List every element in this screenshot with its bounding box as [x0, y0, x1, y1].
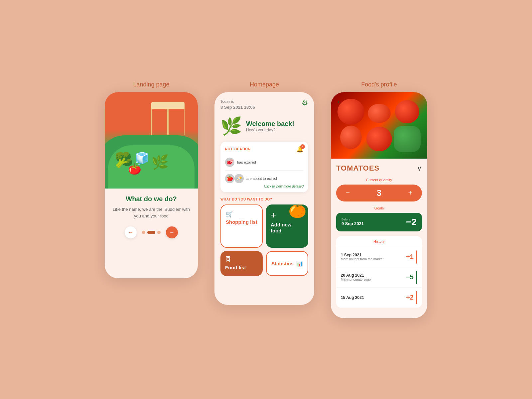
landing-content: What do we do? Like the name, we are the…	[105, 189, 198, 245]
notification-card: NOTIFICATION 🔔 3 🥩 has expired 🍅 🧈	[220, 142, 308, 192]
arrow-right-icon: →	[169, 229, 175, 235]
goals-date-container: Before 9 Sep 2021	[341, 218, 364, 226]
nav-dots	[142, 231, 161, 234]
notif-avatar-1: 🥩	[225, 158, 234, 167]
quantity-plus-button[interactable]: +	[405, 189, 415, 197]
orange-mascot: 🍊	[288, 204, 307, 218]
home-topbar: Today is 8 Sep 2021 18:06 ⚙	[220, 99, 308, 111]
food-profile-label: Food's profile	[361, 81, 397, 88]
shed-body	[151, 109, 185, 135]
homepage-phone: Today is 8 Sep 2021 18:06 ⚙ 🌿 Welcome ba…	[214, 92, 314, 305]
chevron-down-icon[interactable]: ∨	[417, 164, 422, 172]
statistics-label: Statistics	[271, 261, 294, 266]
shed	[151, 102, 185, 135]
notif-avatar-2a: 🍅	[225, 174, 234, 183]
history-item-1: 1 Sep 2021 Mom bought from the market +1	[336, 247, 422, 267]
nav-prev-button[interactable]: ←	[125, 226, 137, 238]
bell-icon[interactable]: 🔔 3	[296, 146, 304, 153]
landing-phone: 🥦 🧊 🌿 🍅 What do we do? Like the name, we…	[105, 92, 198, 278]
nav-dot-2[interactable]	[147, 231, 155, 234]
add-food-label: Add new food	[271, 222, 292, 233]
food-list-button[interactable]: 🗄 Food list	[220, 251, 263, 276]
notif-item-1-text: has expired	[237, 160, 256, 164]
history-bar-3	[416, 291, 417, 304]
history-date-1: 1 Sep 2021	[341, 253, 403, 257]
homepage-label: Homepage	[250, 81, 279, 88]
food-list-label: Food list	[225, 265, 246, 270]
action-grid: 🛒 Shopping list 🍊 + Add new food 🗄 Food …	[220, 204, 308, 276]
quantity-control: − 3 +	[336, 185, 422, 201]
back-button[interactable]: ←	[336, 97, 343, 106]
notif-item-2: 🍅 🧈 are about to exired	[225, 173, 304, 185]
food-name: TOMATOES	[336, 164, 379, 173]
add-food-button[interactable]: 🍊 + Add new food	[266, 204, 308, 248]
tomato-5	[366, 126, 392, 151]
quantity-minus-button[interactable]: −	[343, 189, 353, 197]
tomato-char: 🍅	[128, 163, 141, 175]
notif-header: NOTIFICATION 🔔 3	[225, 146, 304, 153]
welcome-text: Welcome back! How's your day?	[246, 120, 294, 132]
nav-dot-3[interactable]	[157, 231, 161, 234]
landing-description: Like the name, we are the 'Buddies' with…	[113, 206, 190, 220]
welcome-subtext: How's your day?	[246, 128, 294, 132]
shopping-list-label: Shopping list	[226, 219, 257, 225]
nav-next-button[interactable]: →	[166, 226, 178, 238]
tomato-2	[368, 104, 391, 123]
landing-title: What do we do?	[113, 195, 190, 203]
notif-divider	[225, 170, 304, 171]
quantity-label: Current quantity	[336, 178, 422, 182]
action-section-label: WHAT DO YOU WANT TO DO?	[220, 198, 308, 201]
welcome-heading: Welcome back!	[246, 120, 294, 128]
history-section: History 1 Sep 2021 Mom bought from the m…	[336, 236, 422, 308]
landing-section: Landing page 🥦 🧊 🌿 🍅	[105, 81, 198, 278]
food-image	[331, 92, 427, 159]
goals-value: −2	[406, 217, 417, 227]
quantity-value: 3	[377, 188, 381, 198]
goals-before-label: Before	[341, 218, 364, 221]
homepage-section: Homepage Today is 8 Sep 2021 18:06 ⚙ 🌿 W…	[214, 81, 314, 305]
home-welcome: 🌿 Welcome back! How's your day?	[220, 116, 308, 136]
tomato-6	[394, 126, 421, 152]
history-date-3: 15 Aug 2021	[341, 295, 403, 300]
landing-label: Landing page	[133, 81, 169, 88]
history-value-2: −5	[403, 273, 416, 281]
history-date-2: 20 Aug 2021	[341, 273, 403, 278]
history-title: History	[336, 236, 422, 247]
shopping-list-button[interactable]: 🛒 Shopping list	[220, 204, 263, 248]
lettuce-char: 🌿	[151, 154, 169, 170]
goals-date: 9 Sep 2021	[341, 221, 364, 226]
welcome-mascot: 🌿	[220, 116, 242, 136]
history-info-2: 20 Aug 2021 Making tomato soup	[341, 273, 403, 281]
notif-view-more-link[interactable]: Click to view more detailed	[225, 185, 304, 188]
tomato-3	[395, 100, 419, 123]
history-bar-1	[416, 250, 417, 264]
history-info-3: 15 Aug 2021	[341, 295, 403, 300]
landing-hero: 🥦 🧊 🌿 🍅	[105, 92, 198, 189]
history-note-1: Mom bought from the market	[341, 257, 403, 261]
shed-panel-left	[151, 109, 168, 135]
goals-label: Goals	[336, 206, 422, 210]
notif-title: NOTIFICATION	[225, 147, 250, 151]
history-value-3: +2	[403, 294, 416, 301]
history-bar-2	[416, 271, 417, 284]
goals-section: Goals Before 9 Sep 2021 −2	[336, 206, 422, 231]
nav-dot-1[interactable]	[142, 231, 145, 234]
cart-icon: 🛒	[226, 210, 257, 218]
arrow-left-icon: ←	[128, 229, 133, 235]
settings-icon[interactable]: ⚙	[302, 99, 308, 107]
home-date: Today is 8 Sep 2021 18:06	[220, 99, 255, 111]
landing-navigation: ← →	[113, 226, 190, 238]
notif-item-1: 🥩 has expired	[225, 156, 304, 168]
date-value: 8 Sep 2021 18:06	[220, 104, 255, 111]
quantity-section: Current quantity − 3 +	[336, 178, 422, 201]
shed-panel-right	[168, 109, 185, 135]
history-value-1: +1	[403, 253, 416, 261]
profile-inner: TOMATOES ∨ Current quantity − 3 +	[331, 159, 427, 313]
tomato-4	[340, 125, 362, 149]
goals-card: Before 9 Sep 2021 −2	[336, 213, 422, 231]
statistics-button[interactable]: Statistics 📊	[266, 251, 308, 276]
history-info-1: 1 Sep 2021 Mom bought from the market	[341, 253, 403, 261]
notif-badge: 3	[300, 144, 305, 149]
history-note-2: Making tomato soup	[341, 278, 403, 281]
bar-chart-icon: 📊	[296, 260, 303, 267]
